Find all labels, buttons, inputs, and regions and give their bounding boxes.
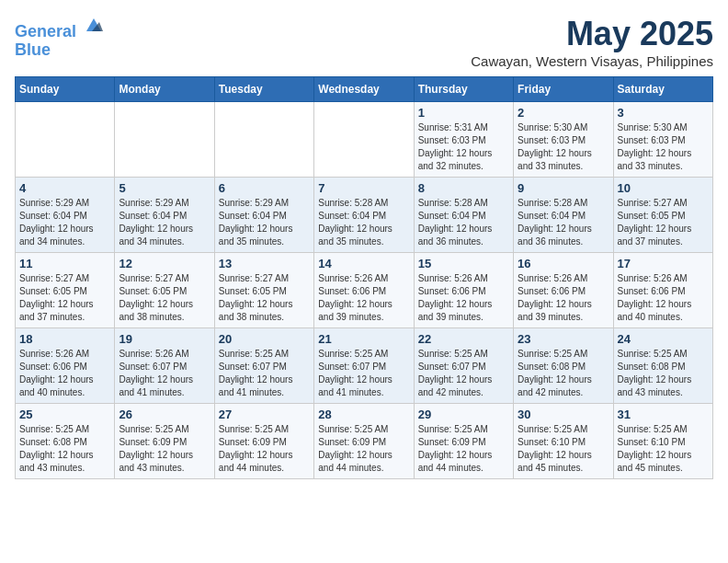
day-info: Sunrise: 5:28 AM Sunset: 6:04 PM Dayligh… [518, 197, 609, 248]
day-cell: 23Sunrise: 5:25 AM Sunset: 6:08 PM Dayli… [514, 328, 613, 404]
day-cell: 14Sunrise: 5:26 AM Sunset: 6:06 PM Dayli… [314, 253, 414, 328]
day-info: Sunrise: 5:28 AM Sunset: 6:04 PM Dayligh… [318, 197, 409, 248]
day-number: 26 [119, 408, 210, 421]
calendar-body: 1Sunrise: 5:31 AM Sunset: 6:03 PM Daylig… [16, 102, 713, 479]
day-info: Sunrise: 5:27 AM Sunset: 6:05 PM Dayligh… [219, 272, 310, 324]
day-info: Sunrise: 5:26 AM Sunset: 6:06 PM Dayligh… [418, 272, 509, 324]
day-cell: 28Sunrise: 5:25 AM Sunset: 6:09 PM Dayli… [314, 404, 414, 479]
calendar-header: SundayMondayTuesdayWednesdayThursdayFrid… [16, 77, 713, 102]
day-number: 31 [618, 408, 709, 421]
day-number: 10 [618, 181, 709, 195]
day-info: Sunrise: 5:31 AM Sunset: 6:03 PM Dayligh… [418, 121, 509, 173]
day-number: 4 [19, 181, 110, 195]
logo-text: General [15, 15, 105, 41]
day-cell: 9Sunrise: 5:28 AM Sunset: 6:04 PM Daylig… [514, 178, 613, 253]
header-cell-monday: Monday [115, 77, 214, 102]
day-number: 22 [418, 332, 509, 346]
day-info: Sunrise: 5:26 AM Sunset: 6:07 PM Dayligh… [119, 348, 210, 399]
calendar-table: SundayMondayTuesdayWednesdayThursdayFrid… [15, 76, 713, 479]
week-row-3: 18Sunrise: 5:26 AM Sunset: 6:06 PM Dayli… [16, 328, 713, 404]
week-row-4: 25Sunrise: 5:25 AM Sunset: 6:08 PM Dayli… [16, 404, 713, 479]
day-info: Sunrise: 5:25 AM Sunset: 6:09 PM Dayligh… [418, 423, 509, 475]
day-info: Sunrise: 5:26 AM Sunset: 6:06 PM Dayligh… [19, 348, 110, 399]
day-number: 15 [418, 257, 509, 270]
day-cell: 29Sunrise: 5:25 AM Sunset: 6:09 PM Dayli… [414, 404, 513, 479]
day-info: Sunrise: 5:25 AM Sunset: 6:09 PM Dayligh… [219, 423, 310, 475]
header: General Blue May 2025 Cawayan, Western V… [15, 15, 713, 69]
day-number: 12 [119, 257, 210, 270]
day-cell: 13Sunrise: 5:27 AM Sunset: 6:05 PM Dayli… [214, 253, 313, 328]
day-number: 24 [618, 332, 709, 346]
header-cell-saturday: Saturday [613, 77, 712, 102]
day-cell: 31Sunrise: 5:25 AM Sunset: 6:10 PM Dayli… [613, 404, 712, 479]
header-row: SundayMondayTuesdayWednesdayThursdayFrid… [16, 77, 713, 102]
day-number: 19 [119, 332, 210, 346]
day-number: 11 [19, 257, 110, 270]
day-number: 29 [418, 408, 509, 421]
day-info: Sunrise: 5:26 AM Sunset: 6:06 PM Dayligh… [518, 272, 609, 324]
day-number: 2 [518, 106, 609, 120]
day-info: Sunrise: 5:25 AM Sunset: 6:08 PM Dayligh… [518, 348, 609, 399]
day-cell: 19Sunrise: 5:26 AM Sunset: 6:07 PM Dayli… [115, 328, 214, 404]
day-number: 7 [318, 181, 409, 195]
day-number: 1 [418, 106, 509, 120]
day-info: Sunrise: 5:30 AM Sunset: 6:03 PM Dayligh… [518, 121, 609, 173]
header-cell-sunday: Sunday [16, 77, 115, 102]
day-info: Sunrise: 5:28 AM Sunset: 6:04 PM Dayligh… [418, 197, 509, 248]
day-cell: 7Sunrise: 5:28 AM Sunset: 6:04 PM Daylig… [314, 178, 414, 253]
day-number: 20 [219, 332, 310, 346]
day-info: Sunrise: 5:25 AM Sunset: 6:08 PM Dayligh… [19, 423, 110, 475]
day-number: 17 [618, 257, 709, 270]
logo-blue-text: Blue [15, 41, 105, 60]
day-info: Sunrise: 5:25 AM Sunset: 6:10 PM Dayligh… [518, 423, 609, 475]
day-cell: 15Sunrise: 5:26 AM Sunset: 6:06 PM Dayli… [414, 253, 513, 328]
title-area: May 2025 Cawayan, Western Visayas, Phili… [471, 15, 713, 69]
day-number: 6 [219, 181, 310, 195]
day-info: Sunrise: 5:27 AM Sunset: 6:05 PM Dayligh… [19, 272, 110, 324]
day-cell: 30Sunrise: 5:25 AM Sunset: 6:10 PM Dayli… [514, 404, 613, 479]
day-cell [16, 102, 115, 178]
day-cell: 6Sunrise: 5:29 AM Sunset: 6:04 PM Daylig… [214, 178, 313, 253]
day-cell: 16Sunrise: 5:26 AM Sunset: 6:06 PM Dayli… [514, 253, 613, 328]
day-cell: 21Sunrise: 5:25 AM Sunset: 6:07 PM Dayli… [314, 328, 414, 404]
day-info: Sunrise: 5:25 AM Sunset: 6:09 PM Dayligh… [318, 423, 409, 475]
day-info: Sunrise: 5:29 AM Sunset: 6:04 PM Dayligh… [219, 197, 310, 248]
day-cell: 11Sunrise: 5:27 AM Sunset: 6:05 PM Dayli… [16, 253, 115, 328]
day-cell: 27Sunrise: 5:25 AM Sunset: 6:09 PM Dayli… [214, 404, 313, 479]
day-info: Sunrise: 5:27 AM Sunset: 6:05 PM Dayligh… [618, 197, 709, 248]
day-info: Sunrise: 5:27 AM Sunset: 6:05 PM Dayligh… [119, 272, 210, 324]
logo-icon [83, 15, 105, 37]
day-info: Sunrise: 5:25 AM Sunset: 6:09 PM Dayligh… [119, 423, 210, 475]
day-cell [115, 102, 214, 178]
location-title: Cawayan, Western Visayas, Philippines [471, 53, 713, 69]
week-row-0: 1Sunrise: 5:31 AM Sunset: 6:03 PM Daylig… [16, 102, 713, 178]
day-info: Sunrise: 5:25 AM Sunset: 6:10 PM Dayligh… [618, 423, 709, 475]
day-number: 16 [518, 257, 609, 270]
day-number: 18 [19, 332, 110, 346]
day-cell [214, 102, 313, 178]
day-number: 5 [119, 181, 210, 195]
day-cell: 2Sunrise: 5:30 AM Sunset: 6:03 PM Daylig… [514, 102, 613, 178]
day-cell: 12Sunrise: 5:27 AM Sunset: 6:05 PM Dayli… [115, 253, 214, 328]
day-info: Sunrise: 5:25 AM Sunset: 6:07 PM Dayligh… [418, 348, 509, 399]
day-cell: 18Sunrise: 5:26 AM Sunset: 6:06 PM Dayli… [16, 328, 115, 404]
day-info: Sunrise: 5:29 AM Sunset: 6:04 PM Dayligh… [19, 197, 110, 248]
day-cell: 3Sunrise: 5:30 AM Sunset: 6:03 PM Daylig… [613, 102, 712, 178]
day-cell: 1Sunrise: 5:31 AM Sunset: 6:03 PM Daylig… [414, 102, 513, 178]
day-cell: 22Sunrise: 5:25 AM Sunset: 6:07 PM Dayli… [414, 328, 513, 404]
day-info: Sunrise: 5:25 AM Sunset: 6:07 PM Dayligh… [318, 348, 409, 399]
day-info: Sunrise: 5:25 AM Sunset: 6:07 PM Dayligh… [219, 348, 310, 399]
month-title: May 2025 [471, 15, 713, 53]
day-info: Sunrise: 5:29 AM Sunset: 6:04 PM Dayligh… [119, 197, 210, 248]
day-cell: 25Sunrise: 5:25 AM Sunset: 6:08 PM Dayli… [16, 404, 115, 479]
day-cell: 17Sunrise: 5:26 AM Sunset: 6:06 PM Dayli… [613, 253, 712, 328]
day-cell: 8Sunrise: 5:28 AM Sunset: 6:04 PM Daylig… [414, 178, 513, 253]
day-number: 23 [518, 332, 609, 346]
week-row-1: 4Sunrise: 5:29 AM Sunset: 6:04 PM Daylig… [16, 178, 713, 253]
day-number: 21 [318, 332, 409, 346]
day-info: Sunrise: 5:25 AM Sunset: 6:08 PM Dayligh… [618, 348, 709, 399]
day-info: Sunrise: 5:26 AM Sunset: 6:06 PM Dayligh… [618, 272, 709, 324]
day-info: Sunrise: 5:26 AM Sunset: 6:06 PM Dayligh… [318, 272, 409, 324]
day-cell: 24Sunrise: 5:25 AM Sunset: 6:08 PM Dayli… [613, 328, 712, 404]
header-cell-wednesday: Wednesday [314, 77, 414, 102]
